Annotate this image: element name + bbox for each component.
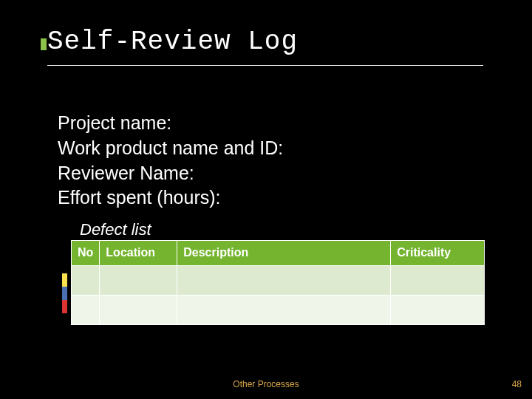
cell-criticality xyxy=(391,266,485,296)
cell-description xyxy=(177,266,391,296)
slide: Self-Review Log Project name: Work produ… xyxy=(0,0,532,399)
cell-no xyxy=(72,296,100,325)
table-row xyxy=(72,296,485,325)
field-project-name: Project name: xyxy=(58,111,283,136)
field-effort-spent: Effort spent (hours): xyxy=(58,185,283,211)
cell-description xyxy=(177,296,391,325)
table-row xyxy=(72,266,485,296)
col-header-description: Description xyxy=(177,241,391,266)
col-header-no: No xyxy=(72,241,100,266)
field-list: Project name: Work product name and ID: … xyxy=(58,111,283,211)
footer-center-text: Other Processes xyxy=(0,379,532,389)
col-header-location: Location xyxy=(100,241,177,266)
segment-blue xyxy=(62,287,67,300)
title-underline xyxy=(47,65,483,66)
defect-list-heading: Defect list xyxy=(80,220,151,239)
cell-location xyxy=(100,266,177,296)
footer-page-number: 48 xyxy=(512,379,522,389)
table-header-row: No Location Description Criticality xyxy=(72,241,485,266)
side-color-segments xyxy=(62,273,67,313)
segment-red xyxy=(62,300,67,313)
field-work-product: Work product name and ID: xyxy=(58,136,283,161)
defect-table: No Location Description Criticality xyxy=(71,240,485,325)
cell-no xyxy=(72,266,100,296)
cell-location xyxy=(100,296,177,325)
segment-yellow xyxy=(62,273,67,287)
col-header-criticality: Criticality xyxy=(391,241,485,266)
title-accent-bar xyxy=(41,38,47,50)
field-reviewer-name: Reviewer Name: xyxy=(58,161,283,186)
cell-criticality xyxy=(391,296,485,325)
page-title: Self-Review Log xyxy=(47,27,298,57)
